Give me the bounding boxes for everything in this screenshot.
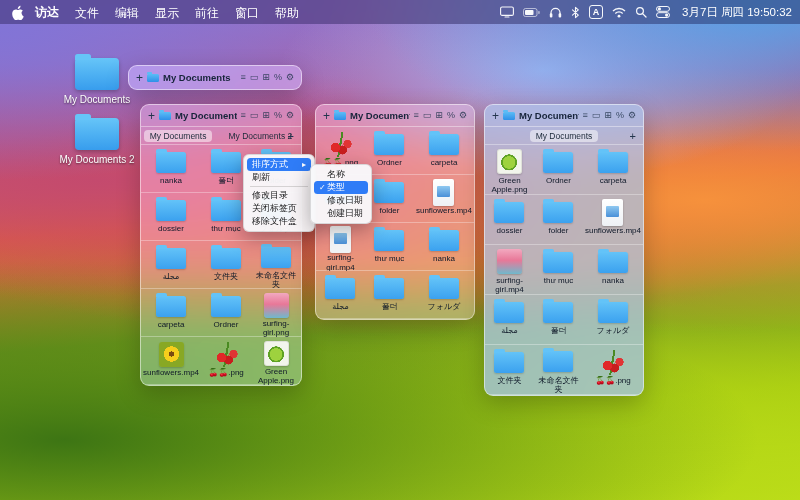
file-item[interactable]: folder (365, 175, 414, 223)
add-tab-button[interactable]: + (136, 72, 143, 84)
add-tab-button[interactable]: + (288, 130, 294, 142)
add-tab-button[interactable]: + (148, 110, 155, 122)
apple-menu[interactable] (12, 5, 25, 20)
file-item[interactable]: 🍒🍒.png (583, 345, 643, 395)
settings-gear-icon[interactable]: ⚙ (628, 111, 636, 120)
search-icon[interactable] (635, 6, 647, 18)
input-source-icon[interactable]: A (589, 5, 603, 19)
app-menu-finder[interactable]: 访达 (27, 4, 67, 21)
file-item[interactable]: 文件夹 (201, 241, 251, 289)
menu-item-item[interactable]: 窗口 (227, 6, 267, 20)
file-item[interactable]: carpeta (141, 289, 201, 337)
sort-icon[interactable]: % (274, 73, 282, 82)
submenu-item-item[interactable]: 创建日期 (314, 207, 368, 220)
context-menu-item-item[interactable]: 修改目录 (247, 189, 311, 202)
file-item[interactable]: 폴더 (534, 295, 583, 345)
file-item-icon-area (433, 178, 454, 206)
file-item[interactable]: surfing-girl.mp4 (316, 223, 365, 271)
menu-item-label: 移除文件盒 (252, 215, 306, 228)
desktop-icon[interactable]: My Documents 2 (51, 118, 143, 166)
context-menu-item-item[interactable]: 排序方式▸ (247, 158, 311, 171)
file-item-icon-area (374, 178, 404, 206)
grid-view-icon[interactable]: ⊞ (604, 111, 612, 120)
add-tab-button[interactable]: + (630, 130, 636, 142)
add-tab-button[interactable]: + (323, 110, 330, 122)
sort-icon[interactable]: % (616, 111, 624, 120)
file-item[interactable]: surfing-girl.png (251, 289, 301, 337)
submenu-item-item[interactable]: ✓类型 (314, 181, 368, 194)
file-item[interactable]: Ordner (201, 289, 251, 337)
file-item[interactable]: surfing-girl.mp4 (485, 245, 534, 295)
menu-item-item[interactable]: 编辑 (107, 6, 147, 20)
file-item[interactable]: Green Apple.png (485, 145, 534, 195)
tab-my-documents[interactable]: My Documents (530, 130, 599, 142)
file-item[interactable]: thư mục (365, 223, 414, 271)
file-item[interactable]: 폴더 (365, 271, 414, 319)
list-view-icon[interactable]: ≡ (414, 111, 419, 120)
context-menu-item-item[interactable]: 刷新 (247, 171, 311, 184)
list-view-icon[interactable]: ≡ (241, 73, 246, 82)
wifi-icon[interactable] (612, 7, 626, 18)
battery-icon[interactable] (523, 8, 540, 17)
file-box-title: My Documents (163, 72, 231, 83)
grid-view-icon[interactable]: ⊞ (262, 73, 270, 82)
file-item[interactable]: sunflowers.mp4 (583, 195, 643, 245)
file-item[interactable]: dossier (141, 193, 201, 241)
settings-gear-icon[interactable]: ⚙ (286, 73, 294, 82)
file-item[interactable]: 未命名文件夹 (534, 345, 583, 395)
menu-item-item[interactable]: 前往 (187, 6, 227, 20)
file-item[interactable]: thư mục (534, 245, 583, 295)
grid-view-icon[interactable]: ⊞ (262, 111, 270, 120)
file-item[interactable]: carpeta (414, 127, 474, 175)
file-item[interactable]: Ordner (534, 145, 583, 195)
grid-view-icon[interactable]: ⊞ (435, 111, 443, 120)
submenu-item-item[interactable]: 修改日期 (314, 194, 368, 207)
collapsed-file-box[interactable]: + My Documents ≡▭⊞%⚙ (128, 65, 302, 90)
file-item[interactable]: sunflowers.mp4 (414, 175, 474, 223)
menu-item-item[interactable]: 文件 (67, 6, 107, 20)
file-box-controls: ≡▭⊞%⚙ (414, 111, 467, 120)
file-item[interactable]: مجلة (316, 271, 365, 319)
file-item-icon-area (211, 292, 241, 320)
screen-mirroring-icon[interactable] (500, 6, 514, 18)
file-item[interactable]: مجلة (141, 241, 201, 289)
context-menu-item-item[interactable]: 移除文件盒 (247, 215, 311, 228)
file-item[interactable]: 🍒🍒.png (201, 337, 251, 385)
file-item[interactable]: フォルダ (414, 271, 474, 319)
file-item[interactable]: 未命名文件夹 (251, 241, 301, 289)
menu-item-item[interactable]: 显示 (147, 6, 187, 20)
menu-item-label: 名称 (327, 168, 363, 181)
file-item[interactable]: nanka (141, 145, 201, 193)
sort-icon[interactable]: % (274, 111, 282, 120)
sort-icon[interactable]: % (447, 111, 455, 120)
headphones-icon[interactable] (549, 6, 562, 18)
gallery-view-icon[interactable]: ▭ (592, 111, 601, 120)
gallery-view-icon[interactable]: ▭ (250, 111, 259, 120)
file-item[interactable]: dossier (485, 195, 534, 245)
menu-item-item[interactable]: 帮助 (267, 6, 307, 20)
list-view-icon[interactable]: ≡ (241, 111, 246, 120)
gallery-view-icon[interactable]: ▭ (423, 111, 432, 120)
file-item[interactable]: nanka (414, 223, 474, 271)
file-item[interactable]: مجلة (485, 295, 534, 345)
tab-my-documents[interactable]: My Documents (144, 130, 213, 142)
context-menu-item-item[interactable]: 关闭标签页 (247, 202, 311, 215)
file-item[interactable]: Ordner (365, 127, 414, 175)
file-item[interactable]: フォルダ (583, 295, 643, 345)
file-item-label: carpeta (141, 320, 201, 330)
file-item[interactable]: nanka (583, 245, 643, 295)
file-item[interactable]: sunflowers.mp4 (141, 337, 201, 385)
gallery-view-icon[interactable]: ▭ (250, 73, 259, 82)
menu-bar-clock[interactable]: 3月7日 周四 19:50:32 (682, 5, 792, 20)
bluetooth-icon[interactable] (571, 6, 580, 19)
file-item[interactable]: Green Apple.png (251, 337, 301, 385)
settings-gear-icon[interactable]: ⚙ (459, 111, 467, 120)
settings-gear-icon[interactable]: ⚙ (286, 111, 294, 120)
list-view-icon[interactable]: ≡ (583, 111, 588, 120)
add-tab-button[interactable]: + (492, 110, 499, 122)
file-item[interactable]: 文件夹 (485, 345, 534, 395)
file-item[interactable]: folder (534, 195, 583, 245)
file-item[interactable]: carpeta (583, 145, 643, 195)
submenu-item-item[interactable]: 名称 (314, 168, 368, 181)
control-center-icon[interactable] (656, 6, 670, 18)
